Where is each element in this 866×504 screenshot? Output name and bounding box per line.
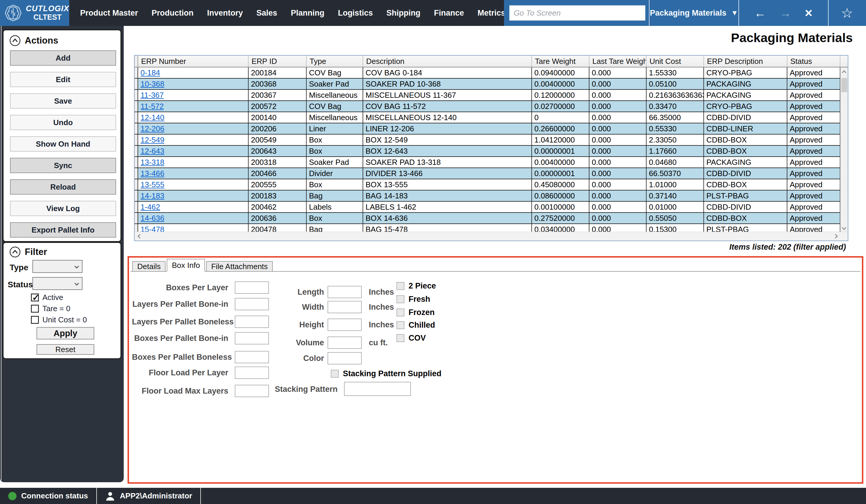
menu-item-finance[interactable]: Finance bbox=[427, 0, 471, 26]
volume-input[interactable] bbox=[327, 336, 362, 349]
reset-button[interactable]: Reset bbox=[36, 344, 94, 355]
column-header-description[interactable]: Description bbox=[363, 56, 532, 67]
column-header-erp-id[interactable]: ERP ID bbox=[248, 56, 307, 67]
height-input[interactable] bbox=[327, 318, 362, 331]
tab-details[interactable]: Details bbox=[132, 261, 166, 271]
erp-number-link[interactable]: 11-572 bbox=[141, 102, 164, 111]
favorite-star-icon[interactable]: ☆ bbox=[841, 5, 853, 21]
menu-item-production[interactable]: Production bbox=[145, 0, 201, 26]
goto-screen-input[interactable] bbox=[509, 5, 645, 21]
close-icon[interactable]: × bbox=[805, 7, 812, 20]
detail-panel: DetailsBox InfoFile Attachments Boxes Pe… bbox=[127, 256, 863, 484]
filter-checkbox-active[interactable]: ✓Active bbox=[31, 293, 63, 302]
erp-number-link[interactable]: 12-206 bbox=[141, 124, 164, 133]
width-input[interactable] bbox=[327, 301, 362, 313]
menu-item-product-master[interactable]: Product Master bbox=[73, 0, 145, 26]
layers-per-pallet-boneless-input[interactable] bbox=[235, 316, 269, 328]
column-header-unit-cost[interactable]: Unit Cost bbox=[646, 56, 704, 67]
chilled-checkbox[interactable]: Chilled bbox=[397, 321, 435, 330]
2-piece-checkbox[interactable]: 2 Piece bbox=[397, 281, 436, 291]
erp-number-link[interactable]: 13-466 bbox=[141, 169, 164, 178]
add-button[interactable]: Add bbox=[10, 51, 116, 66]
boxes-per-pallet-bone-in-input[interactable] bbox=[235, 332, 269, 345]
screen-selector-dropdown[interactable]: Packaging Materials ▼ bbox=[650, 0, 739, 26]
scroll-left-icon[interactable] bbox=[137, 234, 142, 239]
scroll-up-icon[interactable] bbox=[842, 70, 846, 75]
stacking-pattern-input[interactable] bbox=[344, 382, 411, 396]
table-row[interactable]: 1-462200462LabelsLABELS 1-4620.001000000… bbox=[135, 202, 848, 213]
back-arrow-icon[interactable]: ← bbox=[754, 7, 766, 19]
column-header-erp-description[interactable]: ERP Description bbox=[704, 56, 787, 67]
vertical-scrollbar[interactable] bbox=[840, 67, 848, 233]
table-row[interactable]: 13-466200466DividerDIVIDER 13-4660.00000… bbox=[135, 168, 848, 179]
fresh-checkbox[interactable]: Fresh bbox=[397, 295, 430, 304]
menu-item-logistics[interactable]: Logistics bbox=[331, 0, 380, 26]
column-header-tare-weight[interactable]: Tare Weight bbox=[532, 56, 589, 67]
layers-per-pallet-bone-in-input[interactable] bbox=[235, 298, 269, 310]
sync-button[interactable]: Sync bbox=[10, 158, 116, 173]
filter-status-select[interactable] bbox=[32, 277, 82, 290]
erp-number-link[interactable]: 11-367 bbox=[141, 91, 164, 100]
collapse-chevron-icon[interactable] bbox=[9, 34, 21, 47]
export-pallet-info-button[interactable]: Export Pallet Info bbox=[10, 222, 116, 238]
column-header-status[interactable]: Status bbox=[787, 56, 840, 67]
menu-item-inventory[interactable]: Inventory bbox=[200, 0, 250, 26]
table-row[interactable]: 14-183200183BagBAG 14-1830.086000000.000… bbox=[135, 190, 848, 202]
erp-number-link[interactable]: 14-183 bbox=[141, 191, 164, 201]
table-row[interactable]: 14-636200636BoxBOX 14-6360.275200000.000… bbox=[135, 213, 848, 224]
scrollbar-thumb[interactable] bbox=[841, 78, 847, 92]
reload-button[interactable]: Reload bbox=[10, 179, 116, 194]
erp-number-link[interactable]: 1-462 bbox=[141, 203, 160, 212]
length-input[interactable] bbox=[327, 286, 362, 298]
menu-item-shipping[interactable]: Shipping bbox=[380, 0, 427, 26]
table-row[interactable]: 12-549200549BoxBOX 12-5491.041200000.000… bbox=[135, 135, 848, 146]
erp-number-link[interactable]: 0-184 bbox=[141, 68, 160, 77]
filter-checkbox-tare-0[interactable]: Tare = 0 bbox=[31, 304, 70, 313]
erp-number-link[interactable]: 13-318 bbox=[141, 158, 164, 167]
cov-checkbox[interactable]: COV bbox=[397, 334, 426, 343]
menu-item-planning[interactable]: Planning bbox=[284, 0, 331, 26]
erp-number-link[interactable]: 12-643 bbox=[141, 147, 164, 156]
save-button[interactable]: Save bbox=[10, 93, 116, 109]
floor-load-per-layer-input[interactable] bbox=[235, 367, 269, 379]
stacking-pattern-supplied-checkbox[interactable]: Stacking Pattern Supplied bbox=[331, 369, 442, 378]
menu-item-sales[interactable]: Sales bbox=[250, 0, 284, 26]
erp-number-link[interactable]: 13-555 bbox=[141, 180, 164, 189]
frozen-checkbox[interactable]: Frozen bbox=[397, 308, 435, 317]
apply-button[interactable]: Apply bbox=[36, 327, 94, 339]
erp-number-link[interactable]: 14-636 bbox=[141, 214, 164, 223]
erp-number-link[interactable]: 12-549 bbox=[141, 135, 164, 145]
scroll-right-icon[interactable] bbox=[833, 234, 838, 239]
table-row[interactable]: 11-367200367MiscellaneousMISCELLANEOUS 1… bbox=[135, 90, 848, 101]
table-row[interactable]: 10-368200368Soaker PadSOAKER PAD 10-3680… bbox=[135, 79, 848, 90]
table-row[interactable]: 0-184200184COV BagCOV BAG 0-1840.0940000… bbox=[135, 67, 848, 79]
table-row[interactable]: 12-206200206LinerLINER 12-2060.266000000… bbox=[135, 123, 848, 135]
column-header-last-tare-weight[interactable]: Last Tare Weight bbox=[589, 56, 646, 67]
filter-type-select[interactable] bbox=[32, 260, 82, 273]
boxes-per-pallet-boneless-input[interactable] bbox=[235, 351, 269, 363]
undo-button[interactable]: Undo bbox=[10, 115, 116, 130]
column-header-type[interactable]: Type bbox=[307, 56, 363, 67]
color-input[interactable] bbox=[327, 352, 362, 365]
table-row[interactable]: 12-140200140MiscellaneousMISCELLANEOUS 1… bbox=[135, 112, 848, 123]
erp-number-link[interactable]: 10-368 bbox=[141, 79, 164, 89]
show-on-hand-button[interactable]: Show On Hand bbox=[10, 136, 116, 152]
horizontal-scrollbar[interactable] bbox=[135, 232, 848, 240]
boxes-per-layer-input[interactable] bbox=[235, 281, 269, 294]
tab-box-info[interactable]: Box Info bbox=[167, 259, 205, 272]
checkbox-icon bbox=[397, 295, 404, 303]
table-row[interactable]: 12-643200643BoxBOX 12-6430.000000010.000… bbox=[135, 146, 848, 157]
forward-arrow-icon[interactable]: → bbox=[779, 7, 791, 19]
table-row[interactable]: 13-318200318Soaker PadSOAKER PAD 13-3180… bbox=[135, 157, 848, 168]
scroll-down-icon[interactable] bbox=[842, 225, 846, 230]
filter-checkbox-unit-cost-0[interactable]: Unit Cost = 0 bbox=[31, 315, 87, 324]
connection-status-dot bbox=[8, 492, 16, 500]
column-header-erp-number[interactable]: ERP Number bbox=[138, 56, 248, 67]
collapse-chevron-icon[interactable] bbox=[9, 246, 21, 258]
view-log-button[interactable]: View Log bbox=[10, 201, 116, 216]
edit-button[interactable]: Edit bbox=[10, 72, 116, 87]
table-row[interactable]: 13-555200555BoxBOX 13-5550.450800000.000… bbox=[135, 179, 848, 190]
tab-file-attachments[interactable]: File Attachments bbox=[206, 261, 273, 271]
erp-number-link[interactable]: 12-140 bbox=[141, 113, 164, 122]
table-row[interactable]: 11-572200572COV BagCOV BAG 11-5720.02700… bbox=[135, 101, 848, 112]
